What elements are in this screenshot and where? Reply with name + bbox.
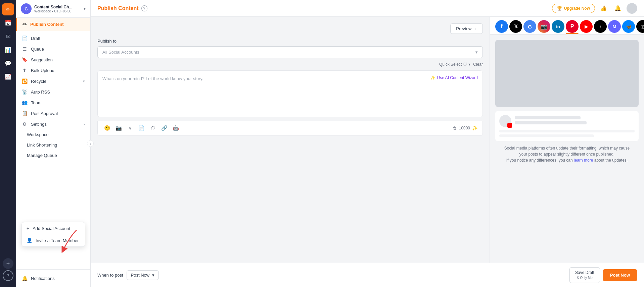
team-icon: 👥 bbox=[21, 100, 28, 105]
sparkle-icon: ✨ bbox=[430, 75, 435, 80]
tab-twitter[interactable]: 𝕏 bbox=[509, 20, 522, 33]
preview-note-suffix: about the updates. bbox=[594, 158, 628, 163]
tab-tiktok[interactable]: ♪ bbox=[594, 20, 607, 33]
document-icon[interactable]: 📄 bbox=[137, 123, 146, 133]
social-tabs: f 𝕏 G 📷 in P bbox=[490, 17, 644, 35]
post-now-label: Post Now bbox=[131, 273, 150, 278]
sidebar-item-auto-rss[interactable]: 📡 Auto RSS bbox=[16, 87, 90, 97]
social-accounts-dropdown[interactable]: All Social Accounts ▾ bbox=[97, 46, 483, 58]
sidebar-manage-queue-label: Manage Queue bbox=[27, 153, 85, 158]
preview-panel: f 𝕏 G 📷 in P bbox=[490, 17, 644, 263]
sidebar-bulk-label: Bulk Upload bbox=[31, 68, 85, 73]
preview-note: Social media platforms often update thei… bbox=[495, 145, 639, 163]
preview-avatar bbox=[499, 115, 511, 127]
preview-name-line-2 bbox=[515, 121, 587, 124]
tab-mastodon[interactable]: M bbox=[608, 20, 621, 33]
sidebar-item-team[interactable]: 👥 Team bbox=[16, 97, 90, 108]
workspace-name: Content Social Ch... bbox=[34, 5, 81, 9]
post-text-area[interactable]: What's on your mind? Let the world know … bbox=[97, 70, 483, 117]
sidebar-collapse-button[interactable]: ‹ bbox=[87, 140, 94, 147]
preview-name-line-1 bbox=[515, 116, 581, 119]
sidebar-item-link-shortening[interactable]: Link Shortening bbox=[16, 140, 90, 150]
recycle-arrow-icon: ▾ bbox=[83, 79, 85, 83]
add-social-account-label: Add Social Account bbox=[33, 226, 70, 231]
add-icon: + bbox=[27, 226, 29, 231]
tab-facebook[interactable]: f bbox=[495, 20, 508, 33]
post-now-dropdown[interactable]: Post Now ▾ bbox=[127, 270, 159, 280]
clock-icon[interactable]: ⏱ bbox=[148, 123, 157, 133]
quick-select-label: Quick Select ⓘ ▾ bbox=[439, 61, 470, 67]
thumbs-icon[interactable]: 👍 bbox=[598, 3, 609, 14]
nav-calendar-icon[interactable]: 📅 bbox=[2, 17, 14, 29]
recycle-icon: 🔁 bbox=[21, 78, 28, 84]
preview-text-line-1 bbox=[499, 130, 635, 132]
add-workspace-button[interactable]: + bbox=[3, 258, 13, 269]
sidebar-item-publish-content[interactable]: ✏ Publish Content bbox=[16, 18, 90, 31]
bulk-upload-icon: ⬆ bbox=[21, 68, 28, 73]
nav-inbox-icon[interactable]: ✉ bbox=[2, 30, 14, 42]
sidebar-item-draft[interactable]: 📄 Draft bbox=[16, 33, 90, 44]
upgrade-label: Upgrade Now bbox=[564, 6, 590, 11]
publish-panel: Preview → Publish to All Social Accounts… bbox=[91, 17, 490, 263]
sidebar-item-queue[interactable]: ☰ Queue bbox=[16, 44, 90, 54]
emoji-icon[interactable]: 🙂 bbox=[102, 123, 112, 133]
user-avatar[interactable] bbox=[627, 3, 637, 14]
char-count-value: 10000 bbox=[459, 126, 470, 130]
content-split: Preview → Publish to All Social Accounts… bbox=[91, 17, 644, 263]
tab-pinterest[interactable]: P bbox=[566, 20, 579, 33]
clear-button[interactable]: Clear bbox=[473, 62, 483, 67]
sidebar-item-suggestion[interactable]: 🔖 Suggestion bbox=[16, 54, 90, 65]
popup-menu: + Add Social Account 👤 Invite a Team Mem… bbox=[21, 222, 85, 247]
sidebar-item-bulk-upload[interactable]: ⬆ Bulk Upload bbox=[16, 65, 90, 76]
nav-reports-icon[interactable]: 📈 bbox=[2, 70, 14, 82]
trash-icon[interactable]: 🗑 bbox=[453, 126, 457, 130]
save-draft-label: Save Draft bbox=[575, 270, 594, 275]
workspace-selector[interactable]: C Content Social Ch... Workspace • UTC+0… bbox=[16, 0, 90, 18]
tab-google[interactable]: G bbox=[523, 20, 536, 33]
link-icon[interactable]: 🔗 bbox=[159, 123, 169, 133]
help-button[interactable]: ? bbox=[3, 270, 13, 281]
workspace-sub: Workspace • UTC+05:00 bbox=[34, 9, 81, 13]
post-approval-icon: 📋 bbox=[21, 111, 28, 116]
invite-team-member-button[interactable]: 👤 Invite a Team Member bbox=[22, 234, 85, 246]
save-draft-button[interactable]: Save Draft & Only Me bbox=[569, 267, 600, 283]
main-content: Publish Content ? 🏆 Upgrade Now 👍 🔔 Prev… bbox=[91, 0, 644, 287]
add-social-account-button[interactable]: + Add Social Account bbox=[22, 222, 85, 234]
tab-threads[interactable]: ◎ bbox=[636, 20, 644, 33]
sidebar-item-post-approval[interactable]: 📋 Post Approval bbox=[16, 108, 90, 119]
publish-button[interactable]: Post Now bbox=[603, 269, 637, 281]
tab-linkedin[interactable]: in bbox=[552, 20, 564, 33]
ai-enhance-button[interactable]: ✨ bbox=[472, 125, 478, 131]
sidebar-item-settings[interactable]: ⚙ Settings › bbox=[16, 119, 90, 129]
sidebar-queue-label: Queue bbox=[31, 47, 85, 52]
sidebar-link-shortening-label: Link Shortening bbox=[27, 142, 85, 148]
notifications-icon: 🔔 bbox=[21, 276, 28, 281]
top-right: 🏆 Upgrade Now 👍 🔔 bbox=[552, 3, 637, 14]
sidebar-item-workspace[interactable]: Workspace bbox=[16, 129, 90, 140]
robot-icon[interactable]: 🤖 bbox=[171, 123, 180, 133]
image-icon[interactable]: 📷 bbox=[114, 123, 123, 133]
sidebar-item-recycle[interactable]: 🔁 Recycle ▾ bbox=[16, 76, 90, 87]
nav-social-icon[interactable]: 💬 bbox=[2, 57, 14, 69]
ai-wizard-button[interactable]: ✨ Use AI Content Wizard bbox=[430, 75, 478, 80]
sidebar-notifications-label: Notifications bbox=[31, 276, 85, 281]
upgrade-button[interactable]: 🏆 Upgrade Now bbox=[552, 4, 595, 13]
sidebar-rss-label: Auto RSS bbox=[31, 90, 85, 95]
preview-button[interactable]: Preview → bbox=[450, 23, 483, 34]
learn-more-link[interactable]: learn more bbox=[574, 158, 593, 163]
preview-text-lines bbox=[499, 130, 635, 137]
tab-instagram[interactable]: 📷 bbox=[538, 20, 550, 33]
nav-analytics-icon[interactable]: 📊 bbox=[2, 44, 14, 56]
sidebar-item-notifications[interactable]: 🔔 Notifications bbox=[16, 273, 90, 284]
bell-icon[interactable]: 🔔 bbox=[612, 3, 623, 14]
hashtag-icon[interactable]: # bbox=[125, 123, 135, 133]
quick-select-chevron-icon: ▾ bbox=[468, 62, 470, 67]
sidebar-item-manage-queue[interactable]: Manage Queue bbox=[16, 150, 90, 161]
preview-note-text-1: Social media platforms often update thei… bbox=[504, 146, 630, 157]
sidebar-post-approval-label: Post Approval bbox=[31, 111, 85, 116]
help-circle-icon[interactable]: ? bbox=[141, 5, 147, 11]
tab-youtube[interactable]: ▶ bbox=[580, 20, 593, 33]
preview-note-prefix: If you notice any differences, you can bbox=[506, 158, 573, 163]
tab-bluesky[interactable]: 🦋 bbox=[622, 20, 635, 33]
nav-compose-icon[interactable]: ✏ bbox=[2, 3, 14, 15]
